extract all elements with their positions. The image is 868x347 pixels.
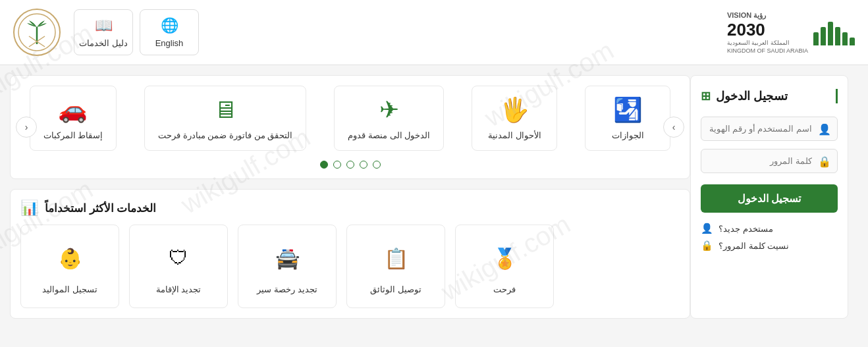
service-card-label: تسجيل المواليد [42, 284, 97, 294]
services-title: الخدمات الأكثر استخداماً [45, 201, 156, 215]
header: رؤية VISION 2030 المملكة العربية السعودي… [0, 0, 868, 65]
bar2 [842, 32, 848, 45]
english-label: English [155, 38, 184, 48]
forgot-password-label: نسيت كلمة المرور؟ [719, 241, 789, 251]
password-input[interactable] [701, 149, 838, 173]
bar3 [835, 27, 840, 45]
lock-icon: 🔒 [818, 155, 831, 167]
services-guide-label: دليل الخدمات [79, 38, 128, 48]
carousel-dot[interactable] [373, 161, 381, 169]
service-card-icon: 📋 [376, 238, 416, 278]
service-card-label: تجديد رخصة سير [257, 284, 317, 294]
english-icon: 🌐 [161, 17, 178, 34]
service-card-icon: 🏅 [485, 238, 524, 278]
vision-bars-icon [813, 19, 855, 45]
username-input[interactable] [701, 117, 838, 141]
services-guide-button[interactable]: 📖 دليل الخدمات [74, 9, 133, 55]
vision-country: المملكة العربية السعودية [727, 40, 790, 46]
service-card-label: توصيل الوثائق [370, 284, 421, 294]
login-title: تسجيل الدخول ⊞ [701, 89, 838, 103]
new-user-icon: 👤 [701, 223, 713, 234]
login-title-text: تسجيل الدخول [716, 89, 788, 103]
carousel-section: ‹ › 🛂 الجوازات 🖐 الأحوال المدنية ✈ الدخو… [10, 75, 690, 179]
main-content: تسجيل الدخول ⊞ 👤 🔒 تسجيل الدخول مستخدم ج… [0, 65, 868, 329]
login-icon: ⊞ [701, 89, 711, 103]
new-user-label: مستخدم جديد؟ [719, 224, 773, 234]
carousel-next-button[interactable]: › [663, 117, 684, 138]
new-user-link[interactable]: مستخدم جديد؟ 👤 [701, 223, 838, 234]
vision-country-en: KINGDOM OF SAUDI ARABIA [727, 47, 808, 54]
carousel-item-label: التحقق من فاتورة ضمن مبادرة فرحت [158, 130, 292, 140]
content-panel: ‹ › 🛂 الجوازات 🖐 الأحوال المدنية ✈ الدخو… [10, 75, 690, 319]
carousel-items: 🛂 الجوازات 🖐 الأحوال المدنية ✈ الدخول ال… [20, 86, 680, 151]
service-card-icon: 🛡 [159, 238, 198, 278]
services-header: الخدمات الأكثر استخداماً 📊 [20, 200, 680, 217]
service-card-label: تجديد الإقامة [156, 284, 202, 294]
user-icon: 👤 [818, 122, 831, 135]
service-card[interactable]: 🚔 تجديد رخصة سير [238, 225, 337, 308]
service-card[interactable]: 📋 توصيل الوثائق [346, 225, 445, 308]
service-card-label: فرحت [493, 284, 516, 294]
carousel-item-label: الدخول الى منصة قدوم [348, 130, 430, 140]
book-icon: 📖 [95, 17, 113, 34]
header-left [13, 9, 61, 56]
bar1 [850, 38, 855, 45]
services-bottom-section: الخدمات الأكثر استخداماً 📊 🏅 فرحت 📋 توصي… [10, 189, 690, 319]
carousel-dot[interactable] [346, 161, 354, 169]
carousel-item-label: الجوازات [612, 130, 644, 140]
carousel-dot[interactable] [360, 161, 367, 169]
carousel-item-label: إسقاط المركبات [43, 130, 103, 140]
login-button[interactable]: تسجيل الدخول [701, 184, 838, 213]
forgot-password-link[interactable]: نسيت كلمة المرور؟ 🔒 [701, 240, 838, 252]
carousel-item[interactable]: 🛂 الجوازات [585, 86, 670, 151]
vision-logo: رؤية VISION 2030 المملكة العربية السعودي… [727, 11, 808, 54]
service-card[interactable]: 🛡 تجديد الإقامة [129, 225, 228, 308]
services-bar-icon: 📊 [20, 200, 38, 217]
carousel-item-label: الأحوال المدنية [488, 130, 541, 140]
vision-2030: 2030 [727, 21, 765, 38]
carousel-item-icon: 🚗 [58, 96, 88, 124]
logo-svg [17, 13, 57, 52]
username-wrap: 👤 [701, 117, 838, 141]
service-card[interactable]: 🏅 فرحت [455, 225, 554, 308]
vision-badge: رؤية VISION 2030 المملكة العربية السعودي… [727, 11, 855, 54]
english-button[interactable]: 🌐 English [140, 9, 199, 55]
carousel-item-icon: ✈ [379, 96, 399, 124]
service-card[interactable]: 👶 تسجيل المواليد [20, 225, 119, 308]
header-center: 🌐 English 📖 دليل الخدمات [74, 9, 199, 55]
carousel-dot[interactable] [333, 161, 341, 169]
service-card-icon: 👶 [50, 238, 90, 278]
vision-year: 2030 [727, 21, 765, 38]
services-grid: 🏅 فرحت 📋 توصيل الوثائق 🚔 تجديد رخصة سير … [20, 225, 680, 308]
carousel-dot[interactable] [320, 161, 328, 169]
carousel-item-icon: 🖐 [500, 96, 529, 124]
carousel-item[interactable]: ✈ الدخول الى منصة قدوم [334, 86, 444, 151]
bar5 [821, 27, 826, 45]
bar4 [828, 22, 833, 45]
carousel-item[interactable]: 🖐 الأحوال المدنية [472, 86, 557, 151]
service-card-icon: 🚔 [267, 238, 307, 278]
login-panel: تسجيل الدخول ⊞ 👤 🔒 تسجيل الدخول مستخدم ج… [690, 75, 848, 319]
carousel-prev-button[interactable]: ‹ [16, 117, 37, 138]
bar6 [813, 32, 819, 45]
logo [13, 9, 61, 56]
forgot-password-icon: 🔒 [701, 240, 713, 252]
carousel-item-icon: 🛂 [613, 96, 643, 124]
carousel-dots [20, 161, 680, 169]
header-right: رؤية VISION 2030 المملكة العربية السعودي… [727, 11, 855, 54]
password-wrap: 🔒 [701, 149, 838, 173]
vision-line1: رؤية VISION [727, 11, 766, 20]
carousel-item[interactable]: 🚗 إسقاط المركبات [30, 86, 117, 151]
carousel-item-icon: 🖥 [213, 96, 237, 124]
carousel-item[interactable]: 🖥 التحقق من فاتورة ضمن مبادرة فرحت [144, 86, 306, 151]
